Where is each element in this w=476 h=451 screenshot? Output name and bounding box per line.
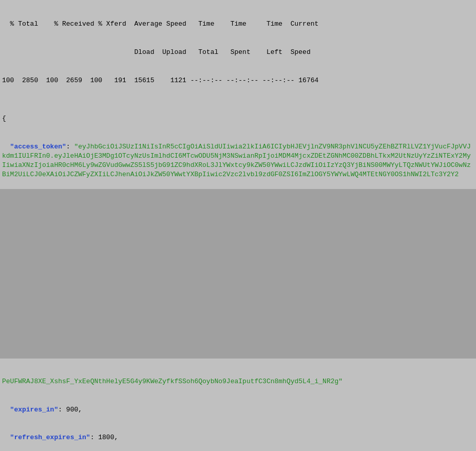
access-token-end: PeUFWRAJ8XE_XshsF_YxEeQNthHelyE5G4y9KWeZ… — [2, 377, 474, 386]
expires-in-key: "expires_in" — [10, 406, 59, 414]
terminal-container: % Total % Received % Xferd Average Speed… — [0, 0, 476, 96]
refresh-expires-in-value: 1800 — [98, 434, 114, 441]
expires-in-line: "expires_in": 900, — [2, 405, 474, 415]
stats-header-2: Dload Upload Total Spent Left Speed — [2, 48, 474, 57]
refresh-expires-in-key: "refresh_expires_in" — [10, 434, 90, 441]
stats-header-1: % Total % Received % Xferd Average Speed… — [2, 20, 474, 29]
json-output: { "access_token": "eyJhbGciOiJSUzI1NiIsI… — [0, 96, 476, 189]
access-token-collapsed-section — [0, 189, 476, 359]
stats-data: 100 2850 100 2659 100 191 15615 1121 --:… — [2, 76, 474, 85]
json-middle-section: PeUFWRAJ8XE_XshsF_YxEeQNthHelyE5G4y9KWeZ… — [0, 359, 476, 451]
expires-in-value: 900 — [66, 406, 78, 414]
refresh-expires-in-colon: : — [90, 434, 99, 441]
refresh-expires-in-line: "refresh_expires_in": 1800, — [2, 433, 474, 442]
access-token-key: "access_token" — [10, 143, 66, 151]
access-token-line-start: "access_token": "eyJhbGciOiJSUzI1NiIsInR… — [2, 142, 474, 180]
access-token-colon: : — [66, 143, 74, 151]
expires-in-colon: : — [58, 406, 66, 414]
open-brace: { — [2, 114, 474, 123]
